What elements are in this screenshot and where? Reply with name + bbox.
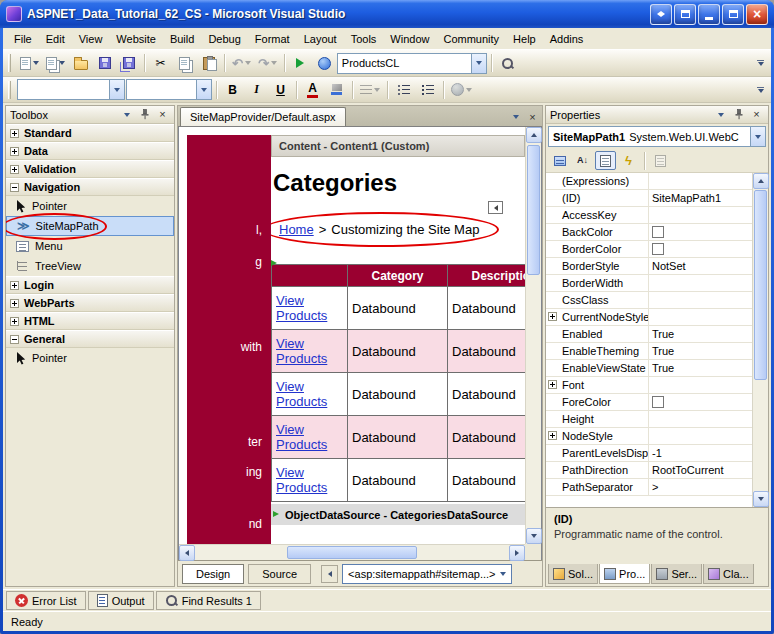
scroll-up-button[interactable] [526, 127, 542, 143]
start-debug-button[interactable] [289, 52, 312, 74]
objectdatasource-control[interactable]: ObjectDataSource - CategoriesDataSource [271, 504, 525, 525]
tab-class-view[interactable]: Cla... [703, 564, 754, 584]
expand-icon[interactable] [548, 380, 557, 389]
content-placeholder-header[interactable]: Content - Content1 (Custom) [271, 135, 525, 157]
auto-hide-pin-button[interactable] [137, 108, 152, 122]
property-row[interactable]: BorderWidth [546, 275, 752, 292]
close-document-button[interactable]: × [525, 110, 540, 124]
scroll-down-button[interactable] [526, 528, 542, 544]
scroll-left-button[interactable] [179, 545, 195, 561]
view-products-link[interactable]: View Products [276, 379, 327, 409]
property-row[interactable]: AccessKey [546, 207, 752, 224]
scroll-down-button[interactable] [753, 491, 769, 507]
property-row[interactable]: EnableThemingTrue [546, 343, 752, 360]
plus-icon[interactable] [10, 299, 19, 308]
toolbox-section-navigation[interactable]: Navigation [6, 178, 174, 196]
view-products-link[interactable]: View Products [276, 336, 327, 366]
tab-solution-explorer[interactable]: Sol... [548, 564, 598, 584]
property-row[interactable]: ForeColor [546, 394, 752, 411]
property-row[interactable]: PathDirectionRootToCurrent [546, 462, 752, 479]
titlebar-window-button[interactable] [674, 4, 696, 25]
alignment-button[interactable] [357, 79, 383, 101]
combo-dropdown-button[interactable] [750, 127, 765, 146]
menu-item-build[interactable]: Build [163, 30, 201, 48]
menu-item-tools[interactable]: Tools [344, 30, 384, 48]
undo-button[interactable]: ↶ [229, 52, 254, 74]
tab-find-results[interactable]: Find Results 1 [156, 591, 261, 610]
combo-dropdown-button[interactable] [471, 54, 486, 73]
toolbox-section-data[interactable]: Data [6, 142, 174, 160]
open-file-button[interactable] [69, 52, 92, 74]
design-view-tab[interactable]: Design [182, 564, 244, 584]
scroll-track[interactable] [526, 143, 541, 528]
font-size-combo[interactable] [126, 79, 212, 100]
panel-close-button[interactable]: × [749, 108, 764, 122]
minus-icon[interactable] [10, 335, 19, 344]
toolbox-item-treeview[interactable]: TreeView [6, 256, 174, 276]
property-row[interactable]: (ID)SiteMapPath1 [546, 190, 752, 207]
property-row[interactable]: PathSeparator> [546, 479, 752, 496]
view-in-browser-button[interactable] [313, 52, 336, 74]
menu-item-addins[interactable]: Addins [543, 30, 591, 48]
scroll-up-button[interactable] [753, 173, 769, 189]
menu-item-window[interactable]: Window [383, 30, 436, 48]
menu-item-community[interactable]: Community [436, 30, 506, 48]
tab-error-list[interactable]: Error List [6, 591, 86, 610]
toolbox-item-pointer[interactable]: Pointer [6, 196, 174, 216]
panel-close-button[interactable]: × [155, 108, 170, 122]
toolbox-section-login[interactable]: Login [6, 276, 174, 294]
bold-button[interactable]: B [221, 79, 244, 101]
bullet-list-button[interactable] [392, 79, 415, 101]
tab-server-explorer[interactable]: Ser... [651, 564, 702, 584]
font-name-combo[interactable] [17, 79, 125, 100]
menu-item-website[interactable]: Website [109, 30, 163, 48]
property-row[interactable]: CssClass [546, 292, 752, 309]
smart-tag-button[interactable] [488, 201, 503, 214]
breadcrumb-home-link[interactable]: Home [279, 222, 314, 237]
toolbox-section-general[interactable]: General [6, 330, 174, 348]
copy-button[interactable] [173, 52, 196, 74]
menu-item-debug[interactable]: Debug [201, 30, 247, 48]
view-products-link[interactable]: View Products [276, 422, 327, 452]
minus-icon[interactable] [10, 183, 19, 192]
object-dropdown[interactable]: SiteMapPath1System.Web.UI.WebC [548, 126, 766, 147]
expand-icon[interactable] [548, 431, 557, 440]
scroll-track[interactable] [195, 545, 509, 560]
tab-properties[interactable]: Pro... [599, 564, 650, 584]
toolbox-item-sitemappath[interactable]: ≫ SiteMapPath [6, 216, 174, 236]
property-row[interactable]: ParentLevelsDispl-1 [546, 445, 752, 462]
scroll-right-button[interactable] [509, 545, 525, 561]
menu-item-file[interactable]: File [7, 30, 39, 48]
categorized-button[interactable] [549, 151, 570, 170]
current-tag-button[interactable]: <asp:sitemappath#sitemap...> [342, 564, 512, 584]
titlebar-arrows-button[interactable] [650, 4, 672, 25]
property-row[interactable]: EnableViewStateTrue [546, 360, 752, 377]
cut-button[interactable]: ✂ [149, 52, 172, 74]
gridview-control[interactable]: Category Description View Products Datab… [271, 264, 525, 502]
tag-navigator-back-button[interactable] [321, 565, 338, 583]
property-row[interactable]: BackColor [546, 224, 752, 241]
menu-item-format[interactable]: Format [248, 30, 297, 48]
toolbox-item-menu[interactable]: Menu [6, 236, 174, 256]
menu-item-help[interactable]: Help [506, 30, 543, 48]
italic-button[interactable]: I [245, 79, 268, 101]
close-button[interactable]: × [746, 4, 768, 25]
property-row[interactable]: CurrentNodeStyle [546, 309, 752, 326]
events-button[interactable]: ϟ [618, 151, 639, 170]
toolbar-options-button[interactable] [754, 87, 767, 93]
property-row[interactable]: (Expressions) [546, 173, 752, 190]
scroll-thumb[interactable] [287, 546, 417, 559]
add-item-button[interactable] [43, 52, 68, 74]
view-products-link[interactable]: View Products [276, 465, 327, 495]
scroll-thumb[interactable] [527, 145, 540, 275]
property-row[interactable]: Font [546, 377, 752, 394]
minimize-button[interactable] [698, 4, 720, 25]
sitemappath-control[interactable]: Home>Customizing the Site Map [273, 219, 485, 240]
toolbox-section-standard[interactable]: Standard [6, 124, 174, 142]
window-menu-button[interactable] [119, 108, 134, 122]
find-in-files-button[interactable] [496, 52, 519, 74]
property-row[interactable]: NodeStyle [546, 428, 752, 445]
toolbox-item-pointer-general[interactable]: Pointer [6, 348, 174, 368]
plus-icon[interactable] [10, 129, 19, 138]
toolbox-section-html[interactable]: HTML [6, 312, 174, 330]
